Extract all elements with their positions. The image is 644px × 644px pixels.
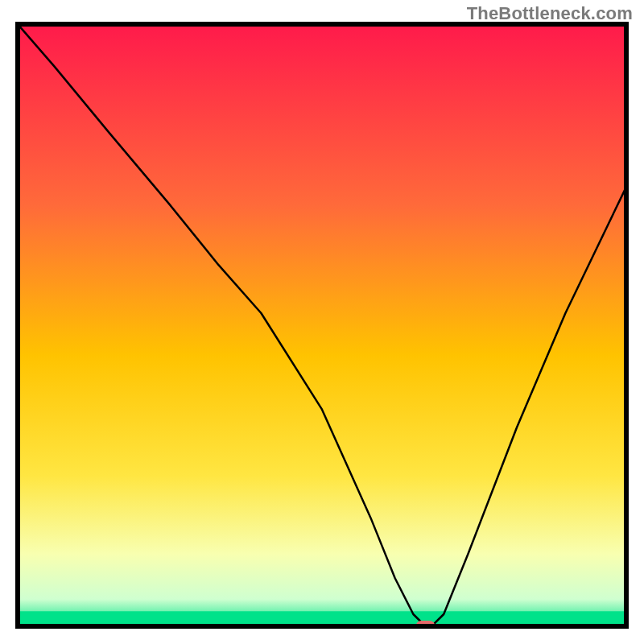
gradient-background xyxy=(18,24,626,626)
chart-frame: TheBottleneck.com xyxy=(0,0,644,644)
bottleneck-chart xyxy=(0,0,644,644)
watermark-text: TheBottleneck.com xyxy=(467,3,633,24)
